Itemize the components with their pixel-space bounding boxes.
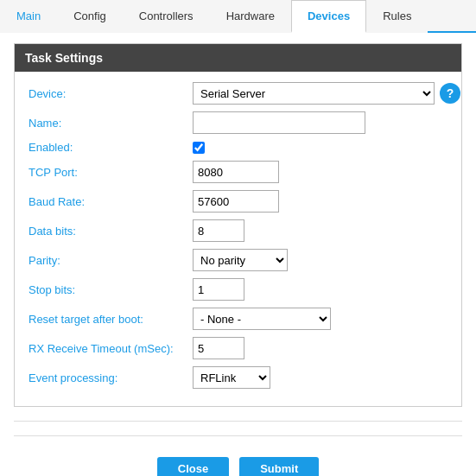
- data-bits-input[interactable]: [193, 219, 244, 242]
- enabled-label: Enabled:: [29, 141, 193, 154]
- baud-rate-row: Baud Rate:: [29, 190, 447, 213]
- reset-row: Reset target after boot: - None - Soft r…: [29, 308, 447, 330]
- stop-bits-control: [193, 278, 244, 301]
- submit-button[interactable]: Submit: [239, 457, 319, 476]
- stop-bits-input[interactable]: [193, 278, 244, 301]
- panel-body: Device: Serial Server ? Name: Enabled:: [15, 72, 461, 406]
- tab-main[interactable]: Main: [0, 0, 57, 33]
- data-bits-row: Data bits:: [29, 219, 447, 242]
- parity-row: Parity: No parity Odd Even Mark Space: [29, 249, 447, 271]
- name-input[interactable]: [193, 111, 365, 134]
- help-icon[interactable]: ?: [440, 83, 460, 104]
- tcp-port-label: TCP Port:: [29, 166, 193, 179]
- stop-bits-row: Stop bits:: [29, 278, 447, 301]
- name-control: [193, 111, 365, 134]
- device-select[interactable]: Serial Server: [193, 82, 435, 105]
- rx-timeout-control: [193, 337, 244, 359]
- name-row: Name:: [29, 111, 447, 134]
- panel-header: Task Settings: [15, 44, 461, 72]
- baud-rate-label: Baud Rate:: [29, 195, 193, 208]
- data-bits-label: Data bits:: [29, 225, 193, 238]
- rx-timeout-input[interactable]: [193, 337, 244, 359]
- reset-select[interactable]: - None - Soft reset Hard reset: [193, 308, 331, 330]
- reset-control: - None - Soft reset Hard reset: [193, 308, 331, 330]
- name-label: Name:: [29, 117, 193, 130]
- tab-devices[interactable]: Devices: [291, 0, 366, 33]
- enabled-control: [193, 142, 205, 154]
- device-control: Serial Server ?: [193, 82, 460, 105]
- divider-2: [14, 435, 462, 436]
- tcp-port-control: [193, 161, 279, 183]
- baud-rate-input[interactable]: [193, 190, 279, 213]
- tab-bar: Main Config Controllers Hardware Devices…: [0, 0, 476, 33]
- tab-config[interactable]: Config: [57, 0, 123, 33]
- task-settings-panel: Task Settings Device: Serial Server ? Na…: [14, 43, 462, 407]
- tcp-port-row: TCP Port:: [29, 161, 447, 183]
- tab-hardware[interactable]: Hardware: [210, 0, 291, 33]
- rx-timeout-row: RX Receive Timeout (mSec):: [29, 337, 447, 359]
- event-row: Event processing: RFLink P1 Meter MQTT: [29, 366, 447, 389]
- baud-rate-control: [193, 190, 279, 213]
- parity-select[interactable]: No parity Odd Even Mark Space: [193, 249, 288, 271]
- tcp-port-input[interactable]: [193, 161, 279, 183]
- parity-label: Parity:: [29, 254, 193, 267]
- close-button[interactable]: Close: [157, 457, 229, 476]
- data-bits-control: [193, 219, 244, 242]
- rx-timeout-label: RX Receive Timeout (mSec):: [29, 342, 193, 355]
- device-label: Device:: [29, 87, 193, 100]
- stop-bits-label: Stop bits:: [29, 283, 193, 296]
- device-row: Device: Serial Server ?: [29, 82, 447, 105]
- event-control: RFLink P1 Meter MQTT: [193, 366, 270, 389]
- event-select[interactable]: RFLink P1 Meter MQTT: [193, 366, 270, 389]
- enabled-checkbox[interactable]: [193, 142, 205, 154]
- divider-1: [14, 421, 462, 422]
- enabled-row: Enabled:: [29, 141, 447, 154]
- tab-controllers[interactable]: Controllers: [123, 0, 210, 33]
- button-row: Close Submit: [14, 450, 462, 476]
- reset-label: Reset target after boot:: [29, 313, 193, 326]
- event-label: Event processing:: [29, 371, 193, 384]
- tab-rules[interactable]: Rules: [366, 0, 428, 33]
- parity-control: No parity Odd Even Mark Space: [193, 249, 288, 271]
- main-content: Task Settings Device: Serial Server ? Na…: [0, 33, 476, 476]
